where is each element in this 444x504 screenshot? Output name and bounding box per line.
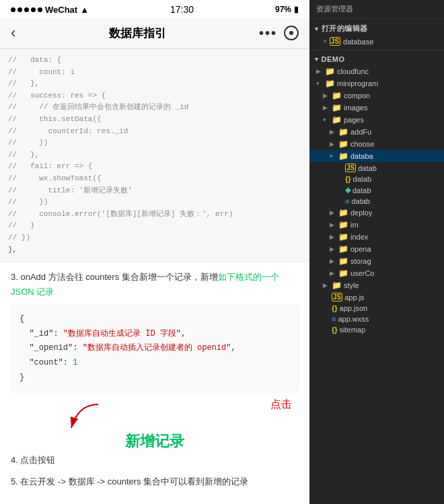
chevron-icon: ▶ <box>323 92 330 99</box>
battery-percent: 97% <box>275 5 291 14</box>
tree-item-pages[interactable]: ▾ 📁 pages <box>309 114 444 126</box>
tree-item-addfu[interactable]: ▶ 📁 addFu <box>309 126 444 138</box>
code-line-7: // counterId: res._id <box>8 126 301 138</box>
tree-item-compon[interactable]: ▶ 📁 compon <box>309 89 444 102</box>
tree-item-images[interactable]: ▶ 📁 images <box>309 102 444 114</box>
chevron-icon: ▶ <box>330 141 336 147</box>
record-icon[interactable] <box>284 26 299 40</box>
js-icon: JS <box>332 293 342 301</box>
chevron-icon: ▶ <box>323 104 330 111</box>
tree-item-datab-js[interactable]: JS datab <box>309 162 444 174</box>
tree-item-appjs[interactable]: JS app.js <box>309 291 444 303</box>
folder-icon: 📁 <box>325 67 335 76</box>
tree-label-opena: opena <box>350 245 371 253</box>
tree-item-storag[interactable]: ▶ 📁 storag <box>309 255 444 267</box>
tree-label-datab-wxss-blue: datab <box>351 197 370 205</box>
open-editors-section: ▾ 打开的编辑器 × JS database <box>309 22 444 50</box>
open-editors-arrow: ▾ <box>315 26 319 32</box>
tree-item-opena[interactable]: ▶ 📁 opena <box>309 243 444 255</box>
json-icon: {} <box>345 175 351 183</box>
code-line-6: // this.setData({ <box>8 114 301 126</box>
demo-section: ▾ DEMO ▶ 📁 cloudfunc ▾ 📁 miniprogram ▶ 📁… <box>309 53 444 335</box>
tree-item-datab-json[interactable]: {} datab <box>309 174 444 184</box>
content-area: // data: { // count: 1 // }, // success:… <box>0 49 309 504</box>
tree-item-appwxss[interactable]: ≡ app.wxss <box>309 314 444 324</box>
tree-item-im[interactable]: ▶ 📁 im <box>309 219 444 231</box>
wifi-icon: ▲ <box>80 5 89 15</box>
tree-label-appwxss: app.wxss <box>338 315 369 323</box>
code-line-5: // // 在返回结果中会包含新创建的记录的 _id <box>8 102 301 114</box>
tree-item-databa[interactable]: ▾ 📁 databa <box>309 150 444 162</box>
tree-label-miniprogram: miniprogram <box>337 79 378 87</box>
demo-label: DEMO <box>322 55 345 63</box>
tree-item-deploy[interactable]: ▶ 📁 deploy <box>309 207 444 219</box>
chevron-icon: ▾ <box>323 116 330 123</box>
tree-label-addfu: addFu <box>350 128 371 136</box>
explorer-header: 资源管理器 <box>309 0 444 19</box>
app-name-label: WeChat <box>45 5 77 15</box>
code-line-9: // }, <box>8 149 301 161</box>
folder-icon-style: 📁 <box>332 281 342 290</box>
wxss-blue-icon: ≡ <box>345 197 349 205</box>
tree-item-index[interactable]: ▶ 📁 index <box>309 231 444 243</box>
code-line-2: // count: 1 <box>8 67 301 79</box>
chevron-icon: ▶ <box>330 258 336 264</box>
status-left: WeChat ▲ <box>11 5 89 15</box>
tree-item-choose[interactable]: ▶ 📁 choose <box>309 138 444 150</box>
code-line-12: // title: '新增记录失败' <box>8 185 301 197</box>
demo-arrow: ▾ <box>315 56 319 63</box>
code-line-1: // data: { <box>8 55 301 67</box>
folder-icon-addfu: 📁 <box>338 127 348 137</box>
open-editors-label: 打开的编辑器 <box>322 24 368 34</box>
tree-item-datab-wxss-green[interactable]: ◈ datab <box>309 184 444 196</box>
code-line-8: // }) <box>8 137 301 149</box>
code-line-11: // wx.showToast({ <box>8 173 301 185</box>
folder-icon-opena: 📁 <box>338 244 348 254</box>
step3-text: 3. onAdd 方法会往 counters 集合新增一个记录，新增如下格式的一… <box>11 272 279 297</box>
tree-label-storag: storag <box>350 257 371 265</box>
open-file-database[interactable]: × JS database <box>309 36 444 47</box>
folder-icon-userco: 📁 <box>338 268 348 278</box>
nav-actions: ••• <box>259 26 299 41</box>
arrow-icon <box>38 398 118 438</box>
open-editors-title[interactable]: ▾ 打开的编辑器 <box>309 22 444 36</box>
close-file-icon[interactable]: × <box>323 38 327 45</box>
tree-label-sitemap: sitemap <box>340 326 366 334</box>
tree-item-sitemap[interactable]: {} sitemap <box>309 324 444 335</box>
annotation-area: 点击 新增记录 <box>11 398 299 452</box>
chevron-icon: ▶ <box>330 221 336 228</box>
prev-step-button[interactable]: 上一步 <box>0 497 309 504</box>
open-file-name: database <box>343 38 373 46</box>
tree-item-style[interactable]: ▶ 📁 style <box>309 279 444 291</box>
code-line-4: // success: res => { <box>8 90 301 102</box>
json-block: { "_id": "数据库自动生成记录 ID 字段", "_openid": "… <box>11 305 299 392</box>
tree-label-style: style <box>344 281 359 289</box>
tree-label-images: images <box>344 104 367 112</box>
code-line-16: // }) <box>8 232 301 244</box>
tree-item-miniprogram[interactable]: ▾ 📁 miniprogram <box>309 77 444 89</box>
folder-icon-storag: 📁 <box>338 256 348 266</box>
tree-label-appjs: app.js <box>344 293 364 301</box>
chevron-icon: ▶ <box>330 270 336 277</box>
folder-icon-databa: 📁 <box>338 151 348 161</box>
json-icon-sitemap: {} <box>332 326 338 334</box>
tree-item-datab-wxss-blue[interactable]: ≡ datab <box>309 196 444 207</box>
wxss-icon: ≡ <box>332 315 336 323</box>
step3-desc: 3. onAdd 方法会往 counters 集合新增一个记录，新增如下格式的一… <box>0 262 309 305</box>
chevron-icon: ▶ <box>330 246 336 252</box>
tree-label-choose: choose <box>350 140 374 148</box>
more-options-icon[interactable]: ••• <box>259 26 277 41</box>
tree-label-databa: databa <box>350 152 373 160</box>
code-line-3: // }, <box>8 78 301 90</box>
step5-text: 5. 在云开发 -> 数据库 -> counters 集合中可以看到新增的记录 <box>11 476 248 487</box>
back-button[interactable]: ‹ <box>11 24 15 42</box>
folder-icon-im: 📁 <box>338 220 348 229</box>
step3-link: 如下格式的一个 JSON 记录 <box>11 272 279 297</box>
tree-label-index: index <box>350 233 368 241</box>
tree-item-userco[interactable]: ▶ 📁 userCo <box>309 267 444 279</box>
code-line-13: // }) <box>8 196 301 209</box>
tree-item-appjson[interactable]: {} app.json <box>309 303 444 314</box>
chevron-icon: ▶ <box>330 129 336 135</box>
demo-title[interactable]: ▾ DEMO <box>309 53 444 65</box>
tree-item-cloudfunc[interactable]: ▶ 📁 cloudfunc <box>309 65 444 77</box>
